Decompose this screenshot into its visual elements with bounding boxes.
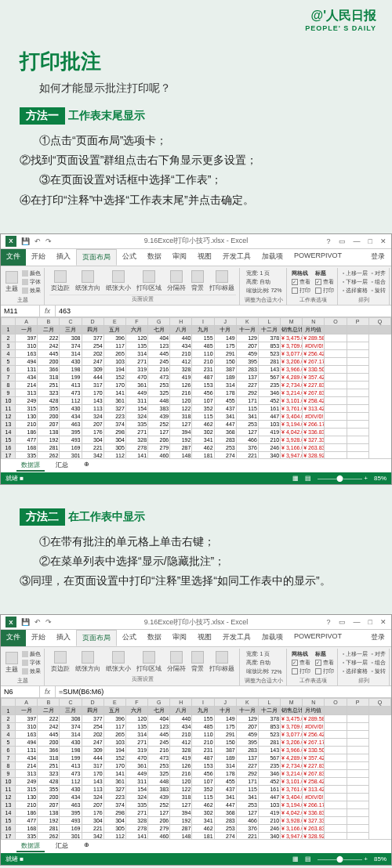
redo-icon[interactable]: ↷ (45, 618, 52, 626)
tab-开始[interactable]: 开始 (26, 249, 51, 266)
tab-视图[interactable]: 视图 (192, 630, 217, 646)
excel-screenshot-1: X 💾 ↶ ↷ 9.16Excel打印小技巧.xlsx - Excel ? ▭ … (0, 233, 392, 485)
pagesetup-纸张方向[interactable]: 纸张方向 (74, 269, 102, 293)
undo-icon[interactable]: ↶ (34, 618, 41, 626)
tab-POWERPIVOT[interactable]: POWERPIVOT (289, 630, 347, 646)
themes-button[interactable]: 主题 (4, 270, 20, 294)
close-icon[interactable]: ✕ (380, 237, 387, 245)
formula-bar: M11 fx 463 (1, 306, 391, 317)
pagesetup-打印标题[interactable]: 打印标题 (208, 650, 236, 674)
view-normal-icon[interactable]: ▦ (292, 475, 299, 482)
pagesetup-分隔符[interactable]: 分隔符 (165, 269, 187, 293)
tab-审阅[interactable]: 审阅 (167, 630, 192, 646)
m2-step2: ②在菜单列表中选择“显示/隐藏批注”； (39, 552, 372, 571)
ribbon-group-theme: 主题 颜色 字体 效果 主题 (1, 268, 45, 305)
new-sheet-icon[interactable]: ⊕ (79, 460, 94, 472)
m1-step3: ③在页面设置对话框中选择“工作表”； (39, 170, 372, 190)
tab-file[interactable]: 文件 (1, 249, 26, 266)
logo: @'人民日报 PEOPLE' S DAILY (0, 0, 392, 40)
fx-icon[interactable]: fx (40, 306, 56, 316)
excel-screenshot-2: X 💾↶↷ 9.16Excel打印小技巧.xlsx - Excel ?▭—□✕ … (0, 614, 392, 866)
status-bar: 就绪 ■ ▦▤———⬤——— +85% (1, 472, 391, 484)
method2-header: 方法二在工作表中显示 (20, 508, 372, 526)
view-page-icon[interactable]: ▤ (305, 475, 311, 482)
tab-加载项[interactable]: 加载项 (256, 630, 289, 646)
spreadsheet-grid[interactable]: ABCDEFGHIJKLMNOPQ1一月二月三月四月五月六月七月八月九月十月十一… (1, 698, 391, 839)
name-box[interactable]: M11 (1, 306, 40, 316)
formula-input[interactable]: 463 (56, 306, 391, 316)
tab-插入[interactable]: 插入 (51, 630, 76, 646)
tab-审阅[interactable]: 审阅 (167, 249, 192, 266)
tab-开发工具[interactable]: 开发工具 (217, 630, 256, 646)
m1-step4: ④在打印“注释”中选择“工作表末尾”并点击确定。 (20, 190, 372, 210)
tab-加载项[interactable]: 加载项 (256, 249, 289, 266)
pagesetup-背景[interactable]: 背景 (190, 269, 205, 293)
zoom-slider[interactable]: ———⬤——— + (318, 475, 368, 482)
ribbon: 主题 颜色 字体 效果 主题 页边距纸张方向纸张大小打印区域分隔符背景打印标题 … (1, 266, 391, 306)
sheet-tab-summary[interactable]: 汇总 (51, 460, 73, 472)
m1-step1: ①点击“页面布局”选项卡； (39, 131, 372, 150)
tab-插入[interactable]: 插入 (51, 249, 76, 266)
ribbon-group-sheet-options: 网格线 查看 打印 标题 查看 打印 工作表选项 (289, 268, 338, 305)
tab-视图[interactable]: 视图 (192, 249, 217, 266)
ribbon-tabs: 文件 开始插入页面布局公式数据审阅视图开发工具加载项POWERPIVOT 登录 (1, 249, 391, 266)
pagesetup-纸张大小[interactable]: 纸张大小 (104, 269, 132, 293)
ribbon-group-arrange: ▫ 上移一层▫ 下移一层▫ 选择窗格 ▫ 对齐▫ 组合▫ 旋转 排列 (339, 268, 390, 305)
minimize-icon[interactable]: — (354, 237, 361, 245)
m2-step3: ③同理，在页面设置中打印“注释”里选择“如同工作表中的显示”。 (20, 571, 372, 591)
ribbon-group-scale: 宽度:1 页 高度:自动 缩放比例:72% 调整为合适大小 (241, 268, 287, 305)
subtitle: 如何才能显示批注打印呢？ (39, 81, 372, 96)
pagesetup-纸张方向[interactable]: 纸张方向 (74, 650, 102, 674)
window-title: 9.16Excel打印小技巧.xlsx - Excel (144, 236, 249, 246)
tab-开始[interactable]: 开始 (26, 630, 51, 646)
pagesetup-打印区域[interactable]: 打印区域 (135, 650, 163, 674)
save-icon[interactable]: 💾 (21, 237, 30, 245)
login-link[interactable]: 登录 (365, 249, 391, 266)
tab-数据[interactable]: 数据 (142, 249, 167, 266)
page-title: 打印批注 (20, 48, 372, 75)
help-icon[interactable]: ? (327, 237, 331, 245)
tab-公式[interactable]: 公式 (117, 630, 142, 646)
tab-页面布局[interactable]: 页面布局 (76, 249, 117, 266)
redo-icon[interactable]: ↷ (45, 237, 52, 245)
pagesetup-打印区域[interactable]: 打印区域 (135, 269, 163, 293)
save-icon[interactable]: 💾 (21, 618, 30, 626)
method1-header: 方法一工作表末尾显示 (20, 107, 372, 125)
pagesetup-背景[interactable]: 背景 (190, 650, 205, 674)
m2-step1: ①在带有批注的单元格上单击右键； (39, 532, 372, 552)
sheet-tabs: 数据源 汇总 ⊕ (1, 458, 391, 472)
pagesetup-页边距[interactable]: 页边距 (49, 269, 71, 293)
pagesetup-页边距[interactable]: 页边距 (49, 650, 71, 674)
tab-页面布局[interactable]: 页面布局 (76, 630, 117, 646)
tab-开发工具[interactable]: 开发工具 (217, 249, 256, 266)
ribbon-group-page-setup: 页边距纸张方向纸张大小打印区域分隔符背景打印标题 页面设置 (46, 268, 240, 305)
maximize-icon[interactable]: □ (368, 237, 372, 245)
sheet-tab-data[interactable]: 数据源 (16, 460, 45, 472)
titlebar: X 💾 ↶ ↷ 9.16Excel打印小技巧.xlsx - Excel ? ▭ … (1, 234, 391, 249)
m1-step2: ②找到“页面设置”群组点击右下角显示更多设置； (20, 150, 372, 170)
spreadsheet-grid[interactable]: ABCDEFGHIJKLMNOPQ1一月二月三月四月五月六月七月八月九月十月十一… (1, 317, 391, 458)
excel-icon: X (5, 617, 16, 627)
pagesetup-分隔符[interactable]: 分隔符 (165, 650, 187, 674)
tab-公式[interactable]: 公式 (117, 249, 142, 266)
excel-icon: X (5, 236, 16, 247)
pagesetup-纸张大小[interactable]: 纸张大小 (104, 650, 132, 674)
undo-icon[interactable]: ↶ (34, 237, 41, 245)
ribbon-toggle-icon[interactable]: ▭ (339, 237, 346, 245)
pagesetup-打印标题[interactable]: 打印标题 (208, 269, 236, 293)
tab-POWERPIVOT[interactable]: POWERPIVOT (289, 249, 347, 266)
tab-数据[interactable]: 数据 (142, 630, 167, 646)
